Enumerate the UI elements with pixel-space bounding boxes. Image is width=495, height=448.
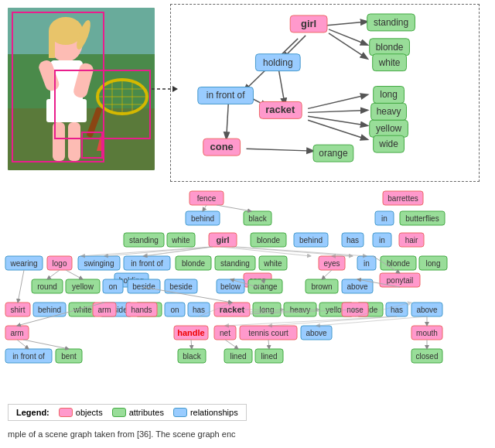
svg-text:long: long [426, 259, 441, 268]
svg-line-206 [66, 270, 83, 279]
svg-text:below: below [220, 282, 241, 291]
svg-line-23 [325, 22, 367, 26]
svg-text:cone: cone [210, 141, 234, 152]
svg-line-217 [268, 340, 269, 349]
svg-text:ponytail: ponytail [387, 276, 413, 285]
svg-text:standing: standing [129, 236, 159, 245]
svg-text:standing: standing [220, 259, 250, 268]
svg-line-199 [236, 247, 367, 256]
tennis-photo [8, 8, 155, 170]
svg-text:on: on [108, 282, 117, 291]
svg-text:blonde: blonde [387, 259, 410, 268]
svg-line-195 [203, 205, 207, 211]
svg-text:in front of: in front of [207, 90, 245, 101]
svg-text:girl: girl [216, 235, 229, 245]
svg-line-29 [308, 110, 367, 112]
svg-text:racket: racket [265, 104, 295, 115]
top-section: girl holding in front of racket cone sta… [0, 0, 495, 186]
svg-text:mouth: mouth [416, 329, 438, 337]
svg-text:in front of: in front of [131, 259, 163, 268]
svg-text:shirt: shirt [11, 306, 26, 314]
svg-text:white: white [263, 259, 282, 268]
svg-text:arm: arm [10, 329, 23, 337]
legend-rel-item: relationships [173, 408, 238, 417]
svg-text:tennis court: tennis court [248, 329, 288, 337]
svg-line-205 [47, 270, 60, 279]
svg-line-210 [322, 270, 332, 279]
svg-text:behind: behind [38, 306, 61, 314]
legend-attr-item: attributes [112, 408, 164, 417]
svg-line-201 [81, 247, 211, 256]
svg-text:above: above [416, 306, 438, 314]
svg-text:on: on [170, 306, 179, 314]
svg-line-32 [247, 149, 314, 151]
svg-text:behind: behind [299, 236, 323, 245]
bottom-graph: fence barrettes behind black in butterfl… [4, 190, 491, 414]
svg-text:handle: handle [177, 328, 204, 337]
svg-text:girl: girl [301, 18, 316, 29]
svg-text:blonde: blonde [376, 42, 404, 53]
legend-title: Legend: [16, 408, 50, 417]
svg-text:black: black [183, 352, 201, 361]
svg-text:swinging: swinging [84, 259, 114, 268]
svg-line-221 [23, 340, 69, 349]
svg-text:lined: lined [230, 352, 246, 361]
svg-text:holding: holding [263, 57, 293, 68]
caption-text: mple of a scene graph taken from [36]. T… [8, 429, 236, 439]
svg-text:standing: standing [374, 17, 408, 28]
svg-text:yellow: yellow [376, 123, 402, 134]
svg-text:round: round [37, 282, 57, 291]
main-container: girl holding in front of racket cone sta… [0, 0, 495, 448]
svg-text:beside: beside [169, 282, 193, 291]
legend-rel-label: relationships [190, 408, 238, 417]
svg-line-220 [17, 340, 29, 349]
svg-text:blonde: blonde [257, 236, 280, 245]
svg-text:arm: arm [97, 306, 111, 314]
svg-text:long: long [380, 89, 398, 100]
svg-text:yellow: yellow [72, 282, 94, 291]
svg-line-30 [308, 116, 367, 125]
photo-area [8, 8, 162, 178]
svg-text:behind: behind [191, 214, 214, 223]
svg-line-202 [104, 247, 213, 256]
svg-text:in front of: in front of [12, 352, 45, 361]
bottom-graph-svg: fence barrettes behind black in butterfl… [4, 190, 491, 395]
svg-text:black: black [248, 214, 267, 223]
legend-attr-box [112, 408, 126, 417]
svg-line-34 [227, 98, 229, 139]
legend-objects-item: objects [59, 408, 103, 417]
svg-text:hair: hair [405, 236, 418, 245]
legend-objects-label: objects [76, 408, 103, 417]
svg-line-196 [217, 205, 251, 211]
svg-text:net: net [220, 329, 230, 337]
svg-text:bent: bent [61, 352, 77, 361]
svg-text:eyes: eyes [323, 259, 340, 268]
svg-text:in: in [364, 259, 370, 268]
svg-text:above: above [346, 282, 368, 291]
svg-line-216 [225, 340, 238, 349]
svg-text:heavy: heavy [377, 106, 401, 117]
svg-text:barrettes: barrettes [387, 194, 418, 203]
scene-graph-top: girl holding in front of racket cone sta… [170, 4, 480, 182]
svg-text:hands: hands [131, 306, 152, 314]
svg-line-204 [18, 270, 24, 303]
bbox-racket [54, 70, 151, 139]
svg-text:beside: beside [132, 282, 155, 291]
svg-text:wide: wide [378, 139, 398, 149]
legend-attr-label: attributes [129, 408, 164, 417]
legend-objects-box [59, 408, 73, 417]
svg-text:wearing: wearing [9, 259, 37, 268]
caption: mple of a scene graph taken from [36]. T… [8, 429, 236, 439]
svg-line-31 [308, 120, 367, 139]
svg-text:white: white [171, 236, 190, 245]
svg-text:in: in [379, 236, 385, 245]
svg-line-203 [143, 247, 211, 256]
svg-line-215 [191, 340, 192, 349]
svg-line-26 [278, 70, 285, 105]
legend: Legend: objects attributes relationships [8, 404, 247, 421]
svg-text:has: has [193, 306, 205, 314]
svg-text:in: in [381, 214, 387, 223]
svg-text:fence: fence [197, 194, 217, 203]
bbox-cone [81, 132, 103, 159]
top-graph-svg: girl holding in front of racket cone sta… [171, 5, 479, 181]
